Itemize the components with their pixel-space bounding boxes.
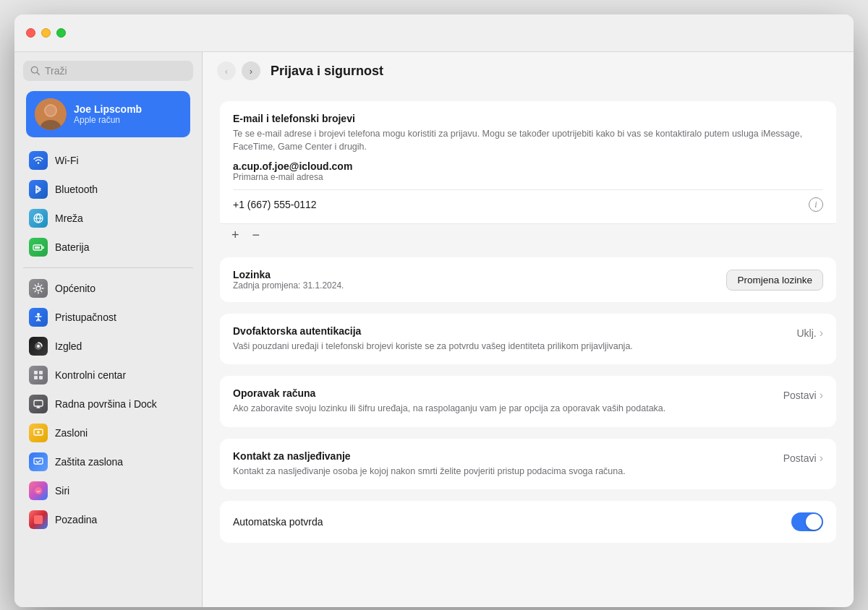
- legacy-contact-card: Kontakt za nasljeđivanje Kontakt za nasl…: [220, 439, 836, 489]
- account-recovery-desc: Ako zaboravite svoju lozinku ili šifru u…: [233, 402, 783, 415]
- main-window: Traži: [14, 14, 854, 607]
- accessibility-icon: [29, 308, 48, 327]
- sidebar-item-general[interactable]: Općenito: [20, 274, 196, 303]
- svg-rect-18: [34, 400, 43, 406]
- sidebar-item-screensaver-label: Zaštita zaslona: [55, 456, 123, 468]
- svg-point-22: [35, 487, 42, 494]
- two-factor-right: Uklj. ›: [796, 325, 823, 340]
- password-section: Lozinka Zadnja promjena: 31.1.2024. Prom…: [220, 257, 836, 302]
- sidebar-item-general-label: Općenito: [55, 283, 95, 294]
- legacy-contact-chevron: ›: [820, 452, 823, 465]
- svg-point-10: [36, 286, 41, 291]
- two-factor-status: Uklj.: [796, 327, 816, 339]
- email-section-title: E-mail i telefonski brojevi: [233, 113, 823, 124]
- page-title: Prijava i sigurnost: [271, 64, 383, 79]
- forward-button[interactable]: ›: [242, 61, 260, 80]
- account-recovery-title: Oporavak računa: [233, 387, 783, 399]
- search-box[interactable]: Traži: [23, 61, 193, 81]
- legacy-contact-right: Postavi ›: [783, 450, 823, 465]
- phone-value: +1 (667) 555-0112: [233, 199, 317, 210]
- svg-rect-17: [39, 376, 43, 379]
- back-icon: ‹: [225, 66, 228, 77]
- main-content: ‹ › Prijava i sigurnost E-mail i telefon…: [203, 52, 854, 607]
- legacy-contact-row: Kontakt za nasljeđivanje Kontakt za nasl…: [233, 450, 823, 478]
- sidebar-item-screensaver[interactable]: Zaštita zaslona: [20, 447, 196, 476]
- sidebar-item-desktop[interactable]: Radna površina i Dock: [20, 390, 196, 418]
- svg-rect-23: [34, 515, 43, 524]
- svg-line-1: [37, 72, 39, 74]
- sidebar-item-accessibility[interactable]: Pristupačnost: [20, 303, 196, 332]
- sidebar-divider-1: [23, 267, 193, 268]
- sidebar-item-appearance[interactable]: Izgled: [20, 332, 196, 361]
- two-factor-row: Dvofaktorska autentikacija Vaši pouzdani…: [233, 325, 823, 353]
- account-recovery-content: Oporavak računa Ako zaboravite svoju loz…: [233, 387, 783, 415]
- legacy-contact-desc: Kontakt za nasljeđivanje osoba je kojoj …: [233, 465, 783, 478]
- sidebar-item-siri[interactable]: Siri: [20, 476, 196, 505]
- account-recovery-section[interactable]: Oporavak računa Ako zaboravite svoju loz…: [220, 376, 836, 426]
- appearance-icon: [29, 337, 48, 356]
- user-profile-section: Joe Lipscomb Apple račun: [14, 90, 202, 145]
- content-area: Traži: [14, 52, 854, 607]
- change-password-button[interactable]: Promjena lozinke: [726, 270, 823, 291]
- two-factor-card: Dvofaktorska autentikacija Vaši pouzdani…: [220, 314, 836, 364]
- account-recovery-right: Postavi ›: [783, 387, 823, 402]
- add-remove-bar: + −: [220, 223, 836, 246]
- account-recovery-chevron: ›: [820, 389, 823, 402]
- sidebar-item-battery[interactable]: Baterija: [20, 233, 196, 262]
- titlebar: [14, 14, 854, 52]
- password-info: Lozinka Zadnja promjena: 31.1.2024.: [233, 269, 344, 291]
- svg-point-5: [46, 106, 56, 116]
- auto-verify-label: Automatska potvrda: [233, 516, 323, 528]
- svg-point-11: [37, 313, 40, 316]
- legacy-contact-status: Postavi: [783, 452, 817, 464]
- traffic-lights: [26, 28, 66, 38]
- auto-verify-toggle[interactable]: [791, 512, 823, 531]
- wallpaper-icon: [29, 510, 48, 529]
- sidebar-item-displays-label: Zasloni: [55, 427, 88, 439]
- add-button[interactable]: +: [230, 228, 241, 241]
- avatar: [35, 98, 67, 130]
- svg-rect-14: [34, 371, 38, 374]
- remove-button[interactable]: −: [251, 228, 262, 241]
- email-section-desc: Te se e-mail adrese i brojevi telefona m…: [233, 127, 823, 153]
- legacy-contact-section[interactable]: Kontakt za nasljeđivanje Kontakt za nasl…: [220, 439, 836, 489]
- network-icon: [29, 209, 48, 228]
- control-center-icon: [29, 366, 48, 385]
- svg-rect-21: [34, 458, 43, 464]
- auto-verify-section: Automatska potvrda: [220, 501, 836, 543]
- sidebar-item-network[interactable]: Mreža: [20, 204, 196, 233]
- sidebar-item-wifi[interactable]: Wi-Fi: [20, 146, 196, 175]
- auto-verify-card: Automatska potvrda: [220, 501, 836, 543]
- user-info: Joe Lipscomb Apple račun: [74, 103, 142, 125]
- password-title: Lozinka: [233, 269, 344, 280]
- info-icon[interactable]: i: [809, 197, 823, 212]
- sidebar-item-displays[interactable]: Zasloni: [20, 418, 196, 447]
- sidebar-item-wallpaper-label: Pozadina: [55, 514, 97, 525]
- desktop-icon: [29, 395, 48, 413]
- svg-rect-9: [35, 246, 40, 249]
- main-header: ‹ › Prijava i sigurnost: [203, 52, 854, 90]
- battery-icon: [29, 238, 48, 257]
- forward-icon: ›: [250, 66, 252, 77]
- sidebar-items-network: Wi-Fi Bluetooth Mreža: [14, 145, 202, 263]
- sidebar-item-control[interactable]: Kontrolni centar: [20, 361, 196, 390]
- maximize-button[interactable]: [56, 28, 66, 38]
- two-factor-title: Dvofaktorska autentikacija: [233, 325, 796, 337]
- svg-point-13: [37, 345, 40, 348]
- minimize-button[interactable]: [41, 28, 51, 38]
- sidebar-item-bluetooth[interactable]: Bluetooth: [20, 175, 196, 204]
- close-button[interactable]: [26, 28, 35, 38]
- sidebar-item-network-label: Mreža: [55, 212, 83, 224]
- email-label: Primarna e-mail adresa: [233, 172, 823, 182]
- user-profile[interactable]: Joe Lipscomb Apple račun: [26, 91, 190, 137]
- two-factor-section[interactable]: Dvofaktorska autentikacija Vaši pouzdani…: [220, 314, 836, 364]
- svg-point-20: [37, 431, 40, 434]
- back-button[interactable]: ‹: [217, 61, 236, 80]
- sidebar-item-wallpaper[interactable]: Pozadina: [20, 505, 196, 534]
- email-phone-card: E-mail i telefonski brojevi Te se e-mail…: [220, 101, 836, 246]
- email-value: a.cup.of.joe@icloud.com: [233, 160, 823, 172]
- search-icon: [30, 66, 41, 76]
- general-icon: [29, 279, 48, 298]
- svg-rect-16: [34, 376, 38, 379]
- account-recovery-card: Oporavak računa Ako zaboravite svoju loz…: [220, 376, 836, 426]
